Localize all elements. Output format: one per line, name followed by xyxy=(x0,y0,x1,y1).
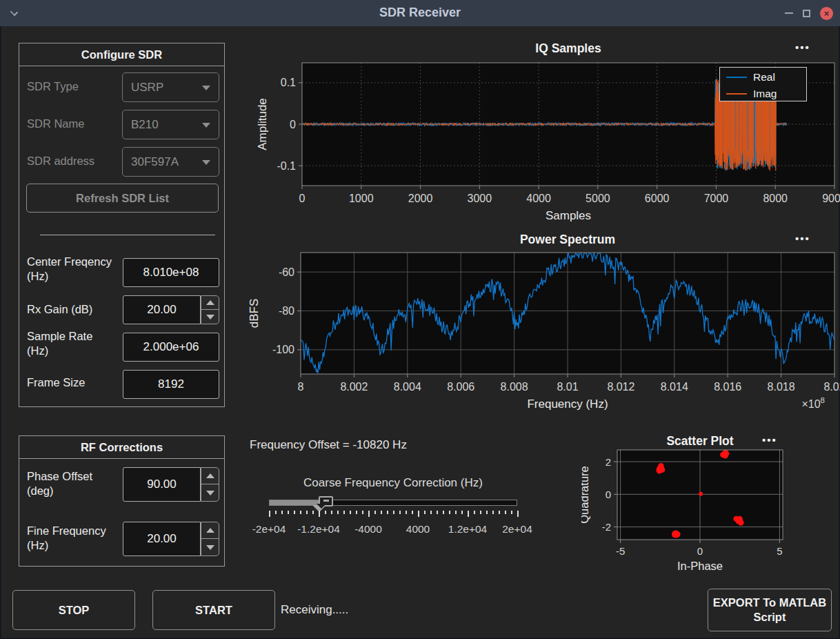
minimize-icon[interactable] xyxy=(785,12,793,14)
svg-text:6000: 6000 xyxy=(645,193,670,204)
arrow-up-icon xyxy=(206,300,214,305)
imag-line-swatch xyxy=(726,93,747,95)
sdr-name-label: SDR Name xyxy=(27,117,84,130)
coarse-frequency-slider[interactable] xyxy=(269,500,517,506)
center-frequency-label: Center Freqency (Hz) xyxy=(27,255,117,283)
rf-corrections-panel: RF Corrections Phase Offset (deg) Fine F… xyxy=(19,435,225,567)
svg-text:8: 8 xyxy=(298,381,304,393)
axes-toolbar-icon[interactable]: ••• xyxy=(795,41,810,53)
svg-text:8.016: 8.016 xyxy=(714,381,741,393)
iq-samples-plot: 01000200030004000500060007000800090000.1… xyxy=(248,38,840,226)
slider-tick-label: 4000 xyxy=(406,523,430,535)
fine-frequency-label: Fine Frequency (Hz) xyxy=(27,524,118,552)
real-line-swatch xyxy=(726,77,747,79)
svg-text:8.01: 8.01 xyxy=(557,381,578,393)
power-spectrum-panel: Power Spectrum ••• 88.0028.0048.0068.008… xyxy=(248,228,840,415)
sdr-address-label: SDR address xyxy=(27,155,94,168)
svg-text:Amplitude: Amplitude xyxy=(256,98,269,150)
thumb-pointer-inner xyxy=(317,504,326,509)
iq-samples-panel: IQ Samples ••• 0100020003000400050006000… xyxy=(248,38,840,226)
phase-offset-label: Phase Offset (deg) xyxy=(27,469,118,498)
svg-text:9000: 9000 xyxy=(822,193,840,204)
power-spectrum-chart-title: Power Spectrum xyxy=(301,233,834,247)
svg-text:0: 0 xyxy=(606,489,611,500)
svg-text:5000: 5000 xyxy=(586,193,610,204)
iq-samples-chart-title: IQ Samples xyxy=(302,41,834,56)
svg-text:0: 0 xyxy=(290,119,296,130)
increment-button[interactable] xyxy=(201,296,219,310)
svg-text:1000: 1000 xyxy=(349,193,374,204)
configure-sdr-panel: Configure SDR SDR Type USRP SDR Name B21… xyxy=(19,43,225,407)
frame-size-label: Frame Size xyxy=(27,375,117,390)
svg-text:8.018: 8.018 xyxy=(768,381,795,393)
chevron-down-icon xyxy=(202,160,210,165)
svg-text:-60: -60 xyxy=(279,266,294,278)
frame-size-input[interactable] xyxy=(123,370,219,399)
sdr-address-value: 30F597A xyxy=(131,155,179,169)
svg-text:8.006: 8.006 xyxy=(447,381,474,393)
center-frequency-input[interactable] xyxy=(123,258,219,287)
sdr-type-dropdown[interactable]: USRP xyxy=(122,72,219,102)
legend-item-real: Real xyxy=(720,69,806,86)
power-spectrum-plot: 88.0028.0048.0068.0088.018.0128.0148.016… xyxy=(248,228,840,415)
maximize-icon[interactable] xyxy=(803,10,810,17)
decrement-button[interactable] xyxy=(201,484,219,501)
svg-text:8000: 8000 xyxy=(763,193,788,204)
sdr-address-dropdown[interactable]: 30F597A xyxy=(122,147,219,177)
sample-rate-input[interactable] xyxy=(123,333,219,362)
svg-text:Samples: Samples xyxy=(546,209,591,222)
sdr-name-dropdown[interactable]: B210 xyxy=(122,110,219,139)
arrow-up-icon xyxy=(206,473,214,478)
sdr-type-value: USRP xyxy=(131,81,163,95)
fine-frequency-input[interactable] xyxy=(123,522,201,556)
fine-frequency-spinner xyxy=(123,522,219,556)
scatter-plot-chart-title: Scatter Plot xyxy=(617,434,783,449)
svg-text:0: 0 xyxy=(697,545,703,557)
legend-label-real: Real xyxy=(753,71,775,83)
export-matlab-script-button[interactable]: EXPORT To MATLAB Script xyxy=(708,589,832,631)
svg-text:0: 0 xyxy=(299,193,306,204)
axes-toolbar-icon[interactable]: ••• xyxy=(762,434,777,446)
slider-tick-labels: -2e+04 -1.2e+04 -4000 4000 1.2e+04 2e+04 xyxy=(247,523,548,537)
frequency-offset-text: Frequency Offset = -10820 Hz xyxy=(250,438,407,452)
decrement-button[interactable] xyxy=(201,539,219,556)
close-icon[interactable]: × xyxy=(820,7,833,20)
svg-text:-100: -100 xyxy=(272,344,294,355)
svg-text:2000: 2000 xyxy=(408,193,433,204)
svg-text:-0.1: -0.1 xyxy=(277,160,296,172)
start-button[interactable]: START xyxy=(152,590,275,630)
spinner-buttons xyxy=(201,467,219,502)
increment-button[interactable] xyxy=(201,522,219,539)
svg-text:2: 2 xyxy=(606,456,611,468)
svg-text:dBFS: dBFS xyxy=(248,299,261,328)
scatter-plot-panel: Scatter Plot ••• -50520-2In-PhaseQuadrat… xyxy=(581,431,797,581)
svg-text:8.014: 8.014 xyxy=(661,381,688,393)
arrow-down-icon xyxy=(206,315,214,320)
decrement-button[interactable] xyxy=(201,310,219,324)
chevron-down-icon xyxy=(202,86,210,90)
rx-gain-label: Rx Gain (dB) xyxy=(27,302,117,317)
slider-tick-label: 1.2e+04 xyxy=(448,523,487,535)
window-title: SDR Receiver xyxy=(0,6,840,20)
svg-text:-5: -5 xyxy=(616,545,625,557)
axes-toolbar-icon[interactable]: ••• xyxy=(795,233,810,244)
sdr-name-value: B210 xyxy=(131,118,159,132)
rf-corrections-title: RF Corrections xyxy=(19,436,224,459)
slider-tick-label: -4000 xyxy=(354,523,382,535)
sdr-type-label: SDR Type xyxy=(27,80,79,93)
svg-text:8.012: 8.012 xyxy=(607,381,634,393)
phase-offset-input[interactable] xyxy=(123,467,201,502)
phase-offset-spinner xyxy=(123,467,219,502)
stop-button[interactable]: STOP xyxy=(12,590,135,630)
coarse-frequency-slider-label: Coarse Frequency Correction (Hz) xyxy=(269,476,517,490)
svg-text:-80: -80 xyxy=(279,305,294,317)
svg-text:8.008: 8.008 xyxy=(501,381,528,393)
arrow-down-icon xyxy=(206,491,214,495)
svg-text:3000: 3000 xyxy=(468,193,492,204)
legend-item-imag: Imag xyxy=(720,86,806,102)
slider-tick-label: 2e+04 xyxy=(502,523,532,535)
increment-button[interactable] xyxy=(201,468,219,484)
refresh-sdr-list-button[interactable]: Refresh SDR List xyxy=(26,184,219,213)
rx-gain-input[interactable] xyxy=(123,295,201,324)
svg-text:4000: 4000 xyxy=(526,193,551,204)
